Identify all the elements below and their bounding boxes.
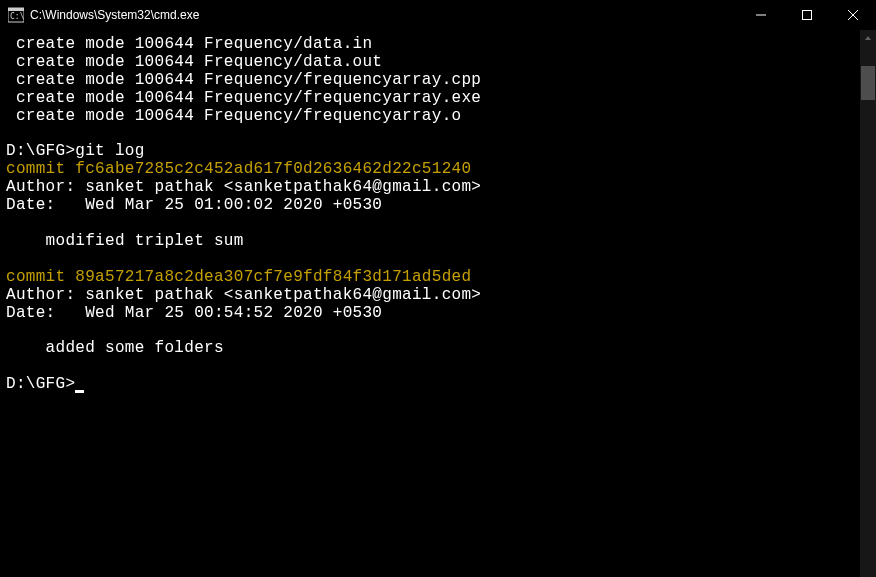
close-button[interactable] — [830, 0, 876, 30]
commit-date: Date: Wed Mar 25 00:54:52 2020 +0530 — [6, 304, 382, 322]
commit-hash: commit fc6abe7285c2c452ad617f0d2636462d2… — [6, 160, 471, 178]
prompt-prefix: D:\GFG> — [6, 375, 75, 393]
commit-message: modified triplet sum — [6, 232, 244, 250]
commit-hash: commit 89a57217a8c2dea307cf7e9fdf84f3d17… — [6, 268, 471, 286]
svg-rect-1 — [8, 8, 24, 11]
window-titlebar: C:\ C:\Windows\System32\cmd.exe — [0, 0, 876, 30]
command-text: git log — [75, 142, 144, 160]
minimize-button[interactable] — [738, 0, 784, 30]
output-line: create mode 100644 Frequency/frequencyar… — [6, 71, 481, 89]
cursor — [75, 390, 84, 393]
prompt-prefix: D:\GFG> — [6, 142, 75, 160]
scrollbar[interactable] — [860, 30, 876, 577]
scroll-up-arrow[interactable] — [860, 30, 876, 46]
cmd-icon: C:\ — [8, 7, 24, 23]
commit-date: Date: Wed Mar 25 01:00:02 2020 +0530 — [6, 196, 382, 214]
scroll-thumb[interactable] — [861, 66, 875, 100]
svg-rect-4 — [803, 11, 812, 20]
output-line: create mode 100644 Frequency/data.out — [6, 53, 382, 71]
terminal-wrapper: create mode 100644 Frequency/data.in cre… — [0, 30, 876, 577]
output-line: create mode 100644 Frequency/frequencyar… — [6, 89, 481, 107]
svg-text:C:\: C:\ — [10, 12, 24, 21]
terminal-output[interactable]: create mode 100644 Frequency/data.in cre… — [0, 30, 860, 577]
window-controls — [738, 0, 876, 30]
commit-author: Author: sanket pathak <sanketpathak64@gm… — [6, 178, 481, 196]
commit-message: added some folders — [6, 339, 224, 357]
commit-author: Author: sanket pathak <sanketpathak64@gm… — [6, 286, 481, 304]
maximize-button[interactable] — [784, 0, 830, 30]
window-title: C:\Windows\System32\cmd.exe — [30, 8, 199, 22]
output-line: create mode 100644 Frequency/frequencyar… — [6, 107, 461, 125]
output-line: create mode 100644 Frequency/data.in — [6, 35, 372, 53]
